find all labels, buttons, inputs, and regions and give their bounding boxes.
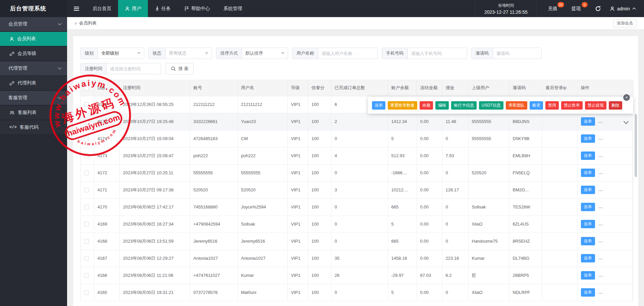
- refresh-button[interactable]: [590, 0, 606, 17]
- row-action-button[interactable]: 禁止提现: [585, 101, 606, 110]
- chain-order-button[interactable]: 连单: [581, 271, 595, 280]
- row-checkbox[interactable]: [84, 273, 89, 278]
- cell-balance: -29.97: [388, 267, 417, 284]
- cell-actions: 连单 ...: [577, 216, 633, 233]
- sidebar-item-member-list[interactable]: 会员列表: [0, 32, 67, 47]
- cell-actions: 连单 ...: [577, 130, 633, 147]
- chain-order-button[interactable]: 连单: [581, 151, 595, 160]
- username-input[interactable]: [318, 48, 377, 59]
- row-checkbox[interactable]: [84, 239, 89, 244]
- more-actions-button[interactable]: ...: [598, 187, 603, 192]
- cell-account: 520520: [190, 181, 237, 198]
- row-action-button[interactable]: 禁止抢单: [561, 101, 583, 110]
- nav-tasks[interactable]: 任务: [148, 0, 177, 17]
- cell-balance: 1412.34: [388, 113, 417, 130]
- row-action-button[interactable]: 银行卡信息: [451, 101, 477, 110]
- more-actions-button[interactable]: ...: [598, 136, 603, 141]
- nav-home[interactable]: 后台首页: [86, 0, 118, 17]
- more-actions-button[interactable]: ...: [598, 221, 603, 226]
- chain-order-button[interactable]: 连单: [581, 237, 595, 245]
- breadcrumb-bar: » 会员列表 添加会员: [67, 17, 644, 29]
- more-actions-button[interactable]: ...: [598, 119, 603, 124]
- invite-code-input[interactable]: [493, 48, 541, 59]
- sidebar-item-member-levels[interactable]: 会员等级: [0, 47, 67, 61]
- sidebar-group-member-management[interactable]: 会员管理: [0, 17, 67, 32]
- row-action-button[interactable]: USDT信息: [479, 101, 503, 110]
- more-actions-button[interactable]: ...: [598, 204, 603, 209]
- withdraw-button[interactable]: 提现 0: [569, 0, 584, 17]
- more-actions-button[interactable]: ...: [598, 153, 603, 158]
- row-checkbox[interactable]: [84, 256, 89, 261]
- level-select[interactable]: 全部级别: [98, 48, 144, 59]
- close-icon[interactable]: ×: [623, 94, 630, 101]
- add-member-button[interactable]: 添加会员: [613, 19, 637, 27]
- chain-order-button[interactable]: 连单: [581, 117, 595, 126]
- row-action-button[interactable]: 编辑: [435, 101, 449, 110]
- select-all-checkbox[interactable]: [84, 86, 89, 90]
- nav-help-center[interactable]: 帮助中心: [177, 0, 217, 17]
- row-action-button[interactable]: 查看团队: [506, 101, 527, 110]
- row-action-button[interactable]: 账变: [530, 101, 543, 110]
- cell-uid: 4169: [94, 216, 119, 233]
- register-time-input[interactable]: [107, 63, 161, 74]
- row-action-button[interactable]: 连单: [372, 101, 385, 110]
- cell-commission: 126.17: [442, 181, 468, 198]
- row-checkbox[interactable]: [84, 171, 89, 175]
- cell-level: VIP1: [287, 250, 308, 267]
- sidebar-group-support-management[interactable]: 客服管理: [0, 91, 67, 106]
- sort-select[interactable]: 默认排序: [242, 48, 288, 59]
- row-checkbox[interactable]: [84, 290, 89, 295]
- cell-actions: 连单 ...: [577, 164, 633, 181]
- local-time-value: 2023-12-27 11:26:55: [484, 9, 528, 15]
- chain-order-button[interactable]: 连单: [581, 254, 595, 262]
- status-select[interactable]: 所有状态: [166, 48, 212, 59]
- recharge-button[interactable]: 充值 32: [545, 0, 560, 17]
- chain-order-button[interactable]: 连单: [581, 220, 595, 228]
- row-checkbox[interactable]: [84, 102, 89, 107]
- chain-order-button[interactable]: 连单: [581, 134, 595, 143]
- more-actions-button[interactable]: ...: [598, 272, 603, 278]
- cell-username: 212111212: [237, 96, 287, 113]
- admin-menu[interactable]: admin: [606, 0, 644, 17]
- cell-username: poh222: [237, 147, 287, 164]
- chain-order-button[interactable]: 连单: [581, 288, 595, 297]
- cell-commission: 223.16: [442, 250, 468, 267]
- column-header-actions: 操作: [577, 80, 633, 96]
- nav-users[interactable]: 用户: [118, 0, 148, 17]
- row-checkbox[interactable]: [84, 136, 89, 141]
- hamburger-menu-button[interactable]: [67, 0, 86, 17]
- row-checkbox[interactable]: [84, 154, 89, 158]
- nav-system-settings[interactable]: 系统管理: [217, 0, 249, 17]
- more-actions-button[interactable]: ...: [598, 238, 603, 243]
- more-actions-button[interactable]: ...: [598, 290, 603, 295]
- sidebar-item-support-list[interactable]: 客服列表: [0, 106, 67, 120]
- row-expand-chevron[interactable]: [623, 120, 629, 126]
- sidebar-item-support-code[interactable]: </> 客服代码: [0, 120, 67, 135]
- row-checkbox[interactable]: [84, 188, 89, 192]
- row-action-button[interactable]: 重置抢单数量: [388, 101, 417, 110]
- column-header-account: 账号: [190, 80, 237, 96]
- row-checkbox[interactable]: [84, 222, 89, 227]
- row-action-button[interactable]: 删除: [609, 101, 622, 110]
- chain-order-button[interactable]: 连单: [581, 186, 595, 194]
- table-scrollbar-thumb[interactable]: [635, 114, 637, 177]
- phone-input[interactable]: [408, 48, 467, 59]
- caret-down-icon: [137, 52, 141, 54]
- cell-last-login-ip: [542, 130, 577, 147]
- cell-invite-code: EMLB8H: [509, 147, 542, 164]
- row-checkbox[interactable]: [84, 205, 89, 209]
- flag-icon: [184, 6, 189, 11]
- more-actions-button[interactable]: ...: [598, 170, 603, 175]
- row-action-button[interactable]: 余额: [420, 101, 433, 110]
- cell-uid: 4166: [94, 267, 119, 284]
- member-list-card: 级别 全部级别 状态 所有状态 排序方式: [73, 36, 638, 306]
- chain-order-button[interactable]: 连单: [581, 169, 595, 177]
- more-actions-button[interactable]: ...: [598, 255, 603, 260]
- chain-order-button[interactable]: 连单: [581, 203, 595, 211]
- search-button[interactable]: 搜 索: [166, 63, 194, 74]
- row-checkbox[interactable]: [84, 119, 89, 124]
- cell-balance: 665: [388, 233, 417, 250]
- sidebar-group-agent-management[interactable]: 代理管理: [0, 61, 67, 76]
- row-action-button[interactable]: 禁用: [545, 101, 559, 110]
- sidebar-item-agent-list[interactable]: 代理列表: [0, 76, 67, 91]
